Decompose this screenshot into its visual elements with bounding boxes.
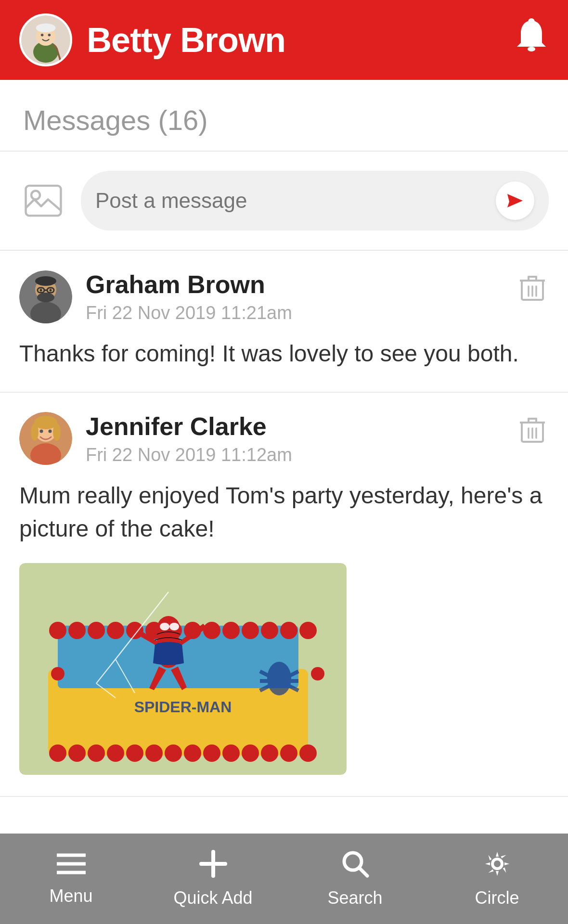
svg-line-102	[359, 868, 367, 876]
svg-text:SPIDER-MAN: SPIDER-MAN	[134, 698, 232, 716]
nav-menu[interactable]: Menu	[0, 843, 142, 915]
svg-point-55	[165, 744, 182, 762]
search-icon	[341, 850, 369, 882]
svg-point-33	[31, 424, 39, 441]
post-bar	[0, 152, 568, 251]
svg-point-77	[51, 667, 65, 680]
svg-point-65	[88, 622, 105, 639]
message-author-info: Graham Brown Fri 22 Nov 2019 11:21am	[19, 270, 292, 323]
svg-point-36	[40, 430, 43, 433]
messages-count-label: Messages (16)	[23, 104, 208, 136]
svg-rect-9	[26, 186, 61, 216]
author-name: Graham Brown	[86, 270, 292, 299]
svg-point-21	[50, 289, 52, 291]
svg-point-71	[203, 622, 220, 639]
svg-point-72	[222, 622, 240, 639]
svg-point-57	[203, 744, 220, 762]
bell-icon[interactable]	[514, 17, 549, 63]
svg-point-52	[107, 744, 124, 762]
message-date: Fri 22 Nov 2019 11:12am	[86, 445, 292, 465]
page-title: Betty Brown	[87, 20, 285, 60]
svg-point-5	[48, 34, 51, 37]
svg-point-82	[169, 623, 179, 630]
svg-rect-7	[528, 47, 535, 51]
svg-point-63	[49, 622, 66, 639]
svg-point-3	[36, 24, 56, 33]
svg-point-78	[311, 667, 324, 680]
nav-quick-add[interactable]: Quick Add	[142, 841, 284, 917]
svg-point-10	[31, 191, 40, 200]
message-author-info: Jennifer Clarke Fri 22 Nov 2019 11:12am	[19, 412, 292, 465]
image-attach-button[interactable]	[19, 177, 67, 225]
message-header: Jennifer Clarke Fri 22 Nov 2019 11:12am	[19, 412, 549, 465]
svg-point-60	[261, 744, 278, 762]
header-left: Betty Brown	[19, 13, 285, 66]
svg-point-56	[184, 744, 201, 762]
svg-point-75	[280, 622, 297, 639]
nav-search[interactable]: Search	[284, 841, 426, 917]
post-input-wrapper[interactable]	[81, 171, 549, 231]
svg-point-49	[49, 744, 66, 762]
nav-quick-add-label: Quick Add	[173, 888, 252, 908]
svg-point-34	[53, 424, 61, 441]
messages-heading-section: Messages (16)	[0, 80, 568, 152]
message-body: Thanks for coming! It was lovely to see …	[19, 337, 549, 371]
plus-icon	[199, 850, 227, 882]
send-button[interactable]	[496, 181, 534, 220]
svg-point-61	[280, 744, 297, 762]
app-header: Betty Brown	[0, 0, 568, 80]
message-body: Mum really enjoyed Tom's party yesterday…	[19, 479, 549, 546]
delete-message-button[interactable]	[516, 412, 549, 453]
main-content: Messages (16)	[0, 80, 568, 884]
svg-point-51	[88, 744, 105, 762]
svg-point-59	[242, 744, 259, 762]
svg-point-37	[49, 430, 52, 433]
author-avatar	[19, 270, 72, 323]
svg-point-54	[145, 744, 163, 762]
message-item: Jennifer Clarke Fri 22 Nov 2019 11:12am …	[0, 393, 568, 797]
svg-point-62	[299, 744, 317, 762]
menu-icon	[57, 852, 86, 880]
author-name: Jennifer Clarke	[86, 412, 292, 441]
message-item: Graham Brown Fri 22 Nov 2019 11:21am Tha…	[0, 251, 568, 393]
svg-point-4	[41, 34, 44, 37]
user-avatar[interactable]	[19, 13, 72, 66]
svg-point-76	[299, 622, 317, 639]
gear-icon	[483, 850, 511, 882]
message-header: Graham Brown Fri 22 Nov 2019 11:21am	[19, 270, 549, 323]
svg-point-73	[242, 622, 259, 639]
svg-point-74	[261, 622, 278, 639]
message-name-group: Jennifer Clarke Fri 22 Nov 2019 11:12am	[86, 412, 292, 465]
delete-message-button[interactable]	[516, 270, 549, 311]
svg-point-66	[107, 622, 124, 639]
nav-search-label: Search	[327, 888, 382, 908]
bottom-navigation: Menu Quick Add Search	[0, 834, 568, 924]
nav-menu-label: Menu	[49, 886, 92, 906]
svg-point-20	[40, 289, 42, 291]
post-message-input[interactable]	[95, 189, 486, 213]
svg-point-16	[37, 293, 54, 302]
svg-point-50	[68, 744, 86, 762]
svg-point-15	[35, 276, 56, 286]
author-avatar	[19, 412, 72, 465]
svg-point-103	[492, 859, 502, 869]
nav-circle-label: Circle	[475, 888, 519, 908]
message-image[interactable]: SPIDER-MAN	[19, 563, 347, 775]
svg-point-81	[160, 623, 169, 630]
svg-point-53	[126, 744, 143, 762]
svg-point-58	[222, 744, 240, 762]
message-name-group: Graham Brown Fri 22 Nov 2019 11:21am	[86, 270, 292, 323]
message-date: Fri 22 Nov 2019 11:21am	[86, 303, 292, 323]
svg-point-64	[68, 622, 86, 639]
nav-circle[interactable]: Circle	[426, 841, 568, 917]
svg-point-8	[528, 18, 535, 25]
